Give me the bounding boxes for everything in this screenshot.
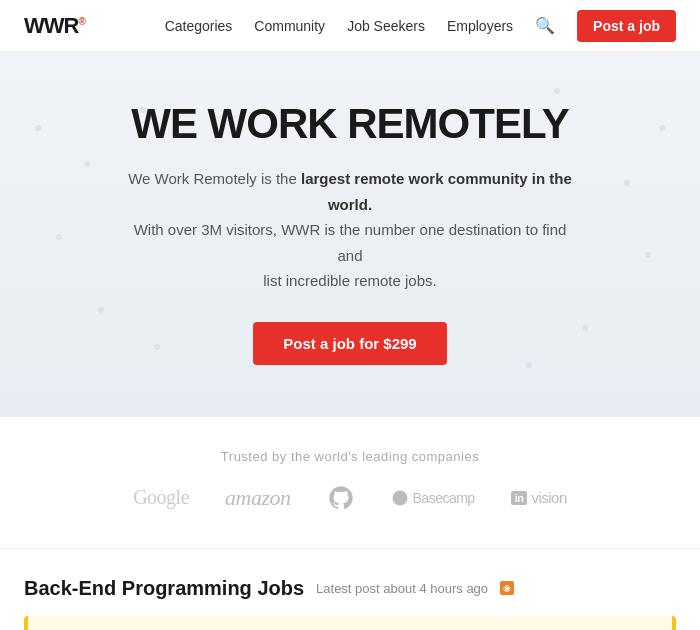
hero-section: WE WORK REMOTELY We Work Remotely is the… (0, 52, 700, 417)
svg-point-0 (392, 490, 407, 505)
basecamp-logo: Basecamp (391, 489, 475, 507)
google-logo: Google (133, 486, 189, 509)
trusted-label: Trusted by the world's leading companies (40, 449, 660, 464)
hero-title: WE WORK REMOTELY (40, 100, 660, 148)
rss-icon[interactable]: ◉ (500, 581, 514, 595)
trusted-section: Trusted by the world's leading companies… (0, 417, 700, 549)
site-logo[interactable]: WWR® (24, 13, 85, 39)
jobs-section: Back-End Programming Jobs Latest post ab… (0, 549, 700, 631)
nav-job-seekers[interactable]: Job Seekers (347, 18, 425, 34)
hero-description: We Work Remotely is the largest remote w… (120, 166, 580, 294)
card-accent-border-1 (672, 616, 676, 631)
header: WWR® Categories Community Job Seekers Em… (0, 0, 700, 52)
jobs-section-subtitle: Latest post about 4 hours ago (316, 581, 488, 596)
nav-categories[interactable]: Categories (165, 18, 233, 34)
amazon-logo: amazon (225, 485, 290, 511)
hero-cta-button[interactable]: Post a job for $299 (253, 322, 446, 365)
search-icon[interactable]: 🔍 (535, 16, 555, 35)
github-logo (327, 484, 355, 512)
job-card-1[interactable]: ✦ Contra Top 100 Senior Node.js/GraphQL/… (24, 616, 676, 631)
main-nav: Categories Community Job Seekers Employe… (165, 10, 676, 42)
jobs-section-title: Back-End Programming Jobs (24, 577, 304, 600)
nav-community[interactable]: Community (254, 18, 325, 34)
post-job-button[interactable]: Post a job (577, 10, 676, 42)
trusted-logos-row: Google amazon Basecamp invision (40, 484, 660, 512)
invision-logo: invision (511, 489, 567, 506)
nav-employers[interactable]: Employers (447, 18, 513, 34)
jobs-section-header: Back-End Programming Jobs Latest post ab… (24, 577, 676, 600)
